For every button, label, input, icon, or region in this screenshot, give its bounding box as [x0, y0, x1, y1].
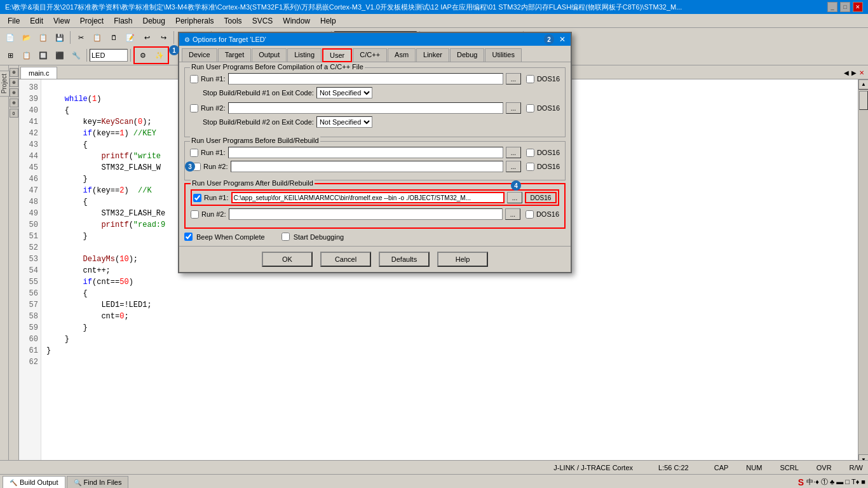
- menu-project[interactable]: Project: [75, 15, 109, 27]
- run1-check-s1[interactable]: [190, 75, 198, 83]
- menu-debug[interactable]: Debug: [138, 15, 170, 27]
- run2-input-s2[interactable]: [231, 161, 503, 172]
- run1-input-s2[interactable]: [228, 147, 503, 158]
- open-file-button[interactable]: 📂: [19, 30, 34, 44]
- icon-bar-btn1[interactable]: ⊕: [10, 68, 18, 77]
- dialog-tab-target[interactable]: Target: [218, 48, 252, 62]
- run2-dos16-check-s2[interactable]: [526, 163, 534, 171]
- paste-button[interactable]: 📋: [90, 30, 105, 44]
- line-numbers: 3839404142434445464748495051525354555657…: [19, 79, 41, 464]
- beep-checkbox[interactable]: [184, 233, 193, 241]
- dialog-tab-output[interactable]: Output: [252, 48, 287, 62]
- tb2-btn2[interactable]: 📋: [19, 48, 34, 62]
- run2-check-s1[interactable]: [190, 104, 198, 112]
- dialog-tab-debug[interactable]: Debug: [450, 48, 484, 62]
- run1-dos16-s3[interactable]: DOS16: [525, 192, 557, 203]
- run1-dos16-check-s1[interactable]: [526, 75, 534, 83]
- run1-label-s3: Run #1:: [204, 194, 229, 201]
- icon-bar-btn2[interactable]: ⊕: [10, 78, 18, 87]
- stop1-select-s1[interactable]: Not Specified 0 1: [316, 87, 372, 98]
- tb2-btn5[interactable]: 🔧: [69, 48, 84, 62]
- target-name-input[interactable]: [90, 49, 128, 62]
- menu-view[interactable]: View: [48, 15, 75, 27]
- beep-label: Beep When Complete: [196, 233, 265, 241]
- dialog-tab-cpp[interactable]: C/C++: [353, 48, 387, 62]
- stop-row2-s1: Stop Build/Rebuild #2 on Exit Code: Not …: [190, 116, 560, 128]
- run1-browse-s2[interactable]: ...: [506, 147, 521, 158]
- close-button[interactable]: ✕: [853, 2, 863, 12]
- editor-tab-main[interactable]: main.c: [20, 67, 57, 79]
- run2-browse-s2[interactable]: ...: [506, 161, 521, 172]
- run2-dos16-check-s1[interactable]: [526, 104, 534, 112]
- bottom-tab-find[interactable]: 🔍 Find In Files: [67, 476, 129, 488]
- run2-check-s3[interactable]: [191, 210, 199, 219]
- defaults-button[interactable]: Defaults: [379, 252, 430, 267]
- stop2-select-s1[interactable]: Not Specified 0 1: [316, 116, 372, 128]
- copy-button[interactable]: 📋: [36, 30, 51, 44]
- run1-browse-s3[interactable]: ...: [507, 192, 522, 203]
- stop2-label-s1: Stop Build/Rebuild #2 on Exit Code:: [203, 118, 314, 126]
- icon-bar-btn5[interactable]: 0: [10, 109, 18, 118]
- run1-browse-s1[interactable]: ...: [506, 73, 521, 85]
- dialog-tab-listing[interactable]: Listing: [287, 48, 322, 62]
- magic-button[interactable]: ✨: [152, 48, 167, 62]
- run1-dos16-check-s2[interactable]: [526, 149, 534, 157]
- cancel-button[interactable]: Cancel: [320, 252, 371, 267]
- run1-dos16-label-s2: DOS16: [537, 149, 560, 156]
- minimize-button[interactable]: _: [827, 2, 837, 12]
- redo-button[interactable]: ↪: [156, 30, 171, 44]
- sep2: [173, 31, 174, 44]
- tab-close[interactable]: ✕: [859, 69, 864, 76]
- dialog-tab-device[interactable]: Device: [182, 48, 217, 62]
- find-files-label: Find In Files: [84, 478, 122, 486]
- menu-edit[interactable]: Edit: [25, 15, 48, 27]
- run1-check-s3[interactable]: [193, 194, 201, 202]
- menu-flash[interactable]: Flash: [109, 15, 137, 27]
- debug-checkbox[interactable]: [281, 233, 290, 241]
- run2-input-s1[interactable]: [228, 102, 503, 114]
- cut-button[interactable]: ✂: [73, 30, 88, 44]
- run1-check-s2[interactable]: [190, 149, 198, 157]
- menu-window[interactable]: Window: [278, 15, 315, 27]
- run1-input-s1[interactable]: [228, 73, 503, 85]
- editor-vscrollbar[interactable]: ▲ ▼: [858, 79, 868, 464]
- status-num: NUM: [746, 464, 762, 471]
- run2-label-s2: Run #2:: [203, 163, 228, 170]
- menu-tools[interactable]: Tools: [219, 15, 247, 27]
- menu-help[interactable]: Help: [315, 15, 341, 27]
- restore-button[interactable]: □: [840, 2, 850, 12]
- ok-button[interactable]: OK: [262, 252, 313, 267]
- run2-browse-s1[interactable]: ...: [506, 102, 521, 114]
- vscroll-thumb[interactable]: [859, 91, 868, 110]
- section-before-build: Run User Programs Before Build/Rebuild R…: [184, 141, 566, 180]
- help-button[interactable]: Help: [437, 252, 488, 267]
- dialog-tab-asm[interactable]: Asm: [388, 48, 416, 62]
- save-button[interactable]: 💾: [52, 30, 67, 44]
- run2-dos16-check-s3[interactable]: [526, 210, 534, 219]
- icon-bar-btn3[interactable]: ⊕: [10, 88, 18, 97]
- tab-nav-left[interactable]: ◀: [844, 69, 849, 76]
- sidebar-project-tab[interactable]: Project: [0, 71, 10, 97]
- tb-btn3[interactable]: 🗒: [106, 30, 121, 44]
- tb-btn4[interactable]: 📝: [123, 30, 138, 44]
- icon-bar-btn4[interactable]: ⊕: [10, 98, 18, 107]
- dialog-tab-linker[interactable]: Linker: [416, 48, 449, 62]
- new-file-button[interactable]: 📄: [3, 30, 18, 44]
- run2-browse-s3[interactable]: ...: [505, 208, 520, 220]
- run2-input-s3[interactable]: [229, 208, 503, 220]
- dialog-tab-user[interactable]: User: [322, 48, 352, 62]
- dialog-close-button[interactable]: ✕: [559, 35, 566, 44]
- tb2-btn1[interactable]: ⊞: [3, 48, 18, 62]
- undo-button[interactable]: ↩: [139, 30, 154, 44]
- tb2-btn3[interactable]: 🔲: [36, 48, 51, 62]
- bottom-tab-build[interactable]: 🔨 Build Output: [3, 476, 65, 488]
- menu-file[interactable]: File: [3, 15, 25, 27]
- options-button[interactable]: ⚙: [135, 48, 151, 62]
- tab-nav-right[interactable]: ▶: [851, 69, 857, 76]
- vscroll-up[interactable]: ▲: [858, 79, 868, 90]
- menu-peripherals[interactable]: Peripherals: [170, 15, 219, 27]
- dialog-tab-utilities[interactable]: Utilities: [485, 48, 521, 62]
- run1-input-s3[interactable]: [231, 192, 505, 203]
- menu-svcs[interactable]: SVCS: [247, 15, 278, 27]
- tb2-btn4[interactable]: ⬛: [52, 48, 67, 62]
